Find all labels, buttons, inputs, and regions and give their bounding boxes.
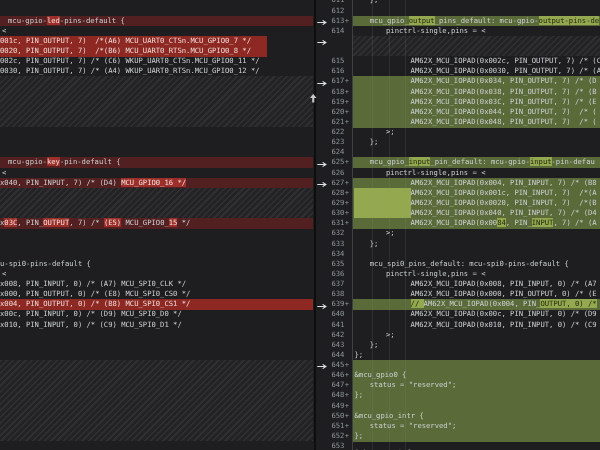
code-line: AM62X_MCU_IOPAD(0x010, PIN_INPUT, 0) /* … (353, 320, 600, 330)
added-line-marker: + (345, 107, 349, 117)
added-line-marker: + (345, 299, 349, 309)
removed-header-line: mcu-gpio-led-pins-default { (0, 16, 313, 27)
line-number: 639 (331, 299, 344, 309)
added-line: AM62X_MCU_IOPAD(0x038, PIN_OUTPUT, 7) /*… (353, 87, 600, 98)
gutter-row: 618+ (316, 87, 352, 97)
indent-guide (389, 0, 390, 450)
gutter-row: 627+ (316, 178, 352, 188)
gutter-row: 614 (316, 26, 352, 36)
inline-change-highlight (354, 198, 411, 209)
gutter-row: 625+ (316, 157, 352, 167)
gutter-row: 630+ (316, 208, 352, 218)
line-number: 634 (331, 249, 344, 259)
gutter-row: 636 (316, 269, 352, 279)
code-line: AM62X_MCU_IOPAD(0x000, PIN_OUTPUT, 0) /*… (353, 289, 600, 299)
added-line: AM62X_MCU_IOPAD(0x03C, PIN_OUTPUT, 7) /*… (353, 97, 600, 108)
code-line: AM62X_MCU_IOPAD(0x002c, PIN_OUTPUT, 7) /… (353, 56, 600, 66)
line-number: 613 (331, 16, 344, 26)
line-number: 616 (331, 66, 344, 76)
gutter-row: 626 (316, 168, 352, 178)
added-line-marker: + (345, 16, 349, 26)
line-number: 648 (331, 390, 344, 400)
line-number: 647 (331, 380, 344, 390)
added-line-marker: + (345, 157, 349, 167)
added-line-marker: + (345, 198, 349, 208)
gutter-row: 647+ (316, 380, 352, 390)
added-line-marker: + (345, 218, 349, 228)
gutter-row: 635 (316, 259, 352, 269)
line-number: 623 (331, 137, 344, 147)
added-line: AM62X_MCU_IOPAD(0x034, PIN_OUTPUT, 7) /*… (353, 76, 600, 87)
apply-change-arrow-icon[interactable] (317, 38, 327, 48)
added-line: status = "reserved"; (353, 380, 600, 391)
scroll-up-indicator[interactable] (310, 94, 317, 103)
added-blank-line (353, 401, 600, 412)
code-line: }; (353, 239, 600, 249)
gutter-row: 638 (316, 289, 352, 299)
code-line: AM62X_MCU_IOPAD(0x008, PIN_INPUT, 0) /* … (353, 279, 600, 289)
line-number: 619 (331, 97, 344, 107)
left-diff-pane[interactable]: mcu-gpio-led-pins-default {<001c, PIN_OU… (0, 0, 313, 450)
gutter-row: 642 (316, 330, 352, 340)
gutter-row: 613+ (316, 16, 352, 26)
line-number: 626 (331, 168, 344, 178)
code-line: AM62X_MCU_IOPAD(0x00c, PIN_INPUT, 0) /* … (353, 309, 600, 319)
missing-lines-filler (0, 360, 313, 441)
gutter-row: 645+ (316, 360, 352, 370)
gutter-row: 624 (316, 147, 352, 157)
line-number: 650 (331, 411, 344, 421)
gutter-row: 617+ (316, 76, 352, 86)
line-number: 635 (331, 259, 344, 269)
code-line: < (0, 26, 313, 36)
deleted-line: 001c, PIN_OUTPUT, 7) /*(A6) MCU_UART0_CT… (0, 36, 313, 47)
line-number: 633 (331, 239, 344, 249)
code-line: }; (353, 340, 600, 350)
added-blank-line (353, 360, 600, 371)
gutter-row: 622 (316, 127, 352, 137)
gutter-row: 637 (316, 279, 352, 289)
line-number: 612 (331, 6, 344, 16)
code-line: }; (353, 137, 600, 147)
added-line: AM62X_MCU_IOPAD(0x0020, PIN_INPUT, 7) /*… (353, 198, 600, 209)
added-header-line: mcu_gpio_output_pins_default: mcu-gpio-o… (353, 16, 600, 27)
line-number: 646 (331, 370, 344, 380)
code-line: < (0, 269, 313, 279)
code-line: }; (353, 0, 600, 6)
changed-line: // AM62X_MCU_IOPAD(0x004, PIN_OUTPUT, 0)… (353, 299, 600, 310)
gutter-row: 640 (316, 309, 352, 319)
code-line: pinctrl-single,pins = < (353, 26, 600, 36)
code-line: pinctrl-single,pins = < (353, 269, 600, 279)
changed-line: x03C, PIN_OUTPUT, 7) /* (E5) MCU_GPIO0_1… (0, 218, 313, 229)
gutter-row: 623 (316, 137, 352, 147)
inline-change-highlight (354, 188, 411, 199)
code-line: 0030, PIN_OUTPUT, 7) /* (A4) WKUP_UART0_… (0, 66, 313, 76)
code-line: >; (353, 228, 600, 238)
line-number: 644 (331, 350, 344, 360)
code-line: AM62X_MCU_IOPAD(0x0030, PIN_OUTPUT, 7) /… (353, 66, 600, 76)
added-line: AM62X_MCU_IOPAD(0x044, PIN_OUTPUT, 7) /*… (353, 107, 600, 118)
line-number: 629 (331, 198, 344, 208)
added-line-marker: + (345, 117, 349, 127)
line-number: 621 (331, 117, 344, 127)
line-number: 641 (331, 320, 344, 330)
line-number-gutter: 611612613+614615616617+618+619+620+621+6… (316, 0, 352, 450)
added-line: status = "reserved"; (353, 421, 600, 432)
line-number: 649 (331, 401, 344, 411)
gutter-row: 644 (316, 350, 352, 360)
added-line-marker: + (345, 431, 349, 441)
line-number: 625 (331, 157, 344, 167)
indent-guide (405, 0, 406, 450)
right-diff-pane[interactable]: };mcu_gpio_output_pins_default: mcu-gpio… (353, 0, 600, 450)
gutter-row: 652+ (316, 431, 352, 441)
gutter-row: 620+ (316, 107, 352, 117)
gutter-row: 629+ (316, 198, 352, 208)
gutter-row: 621+ (316, 117, 352, 127)
added-line-marker: + (345, 401, 349, 411)
gutter-row: 643 (316, 340, 352, 350)
code-line: < (0, 168, 313, 178)
added-line: }; (353, 431, 600, 442)
added-line: AM62X_MCU_IOPAD(0x0084, PIN_INPUT, 7) /*… (353, 218, 600, 229)
line-number: 618 (331, 87, 344, 97)
missing-lines-filler (0, 76, 313, 127)
code-line: }; (353, 350, 600, 360)
